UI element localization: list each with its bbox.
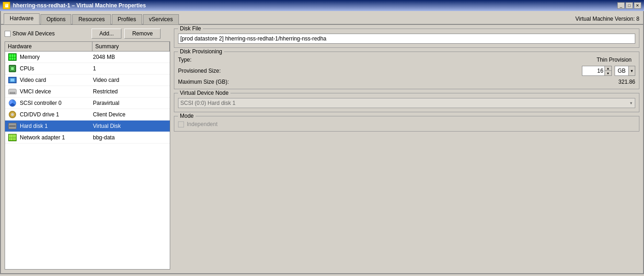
cpus-name: CPUs [18,65,89,72]
table-row[interactable]: SCSI controller 0 Paravirtual [5,98,170,109]
left-panel: Show All Devices Add... Remove Hardware … [5,29,170,270]
tab-bar: Hardware Options Resources Profiles vSer… [1,11,643,25]
spinner-arrows: ▲ ▼ [604,66,612,76]
provisioned-size-row: Provisioned Size: ▲ ▼ GB ▼ [178,66,635,76]
network-summary: bbg-data [89,134,170,141]
tab-options[interactable]: Options [40,14,71,24]
title-bar: 🖥 hherring-nss-redhat-1 – Virtual Machin… [0,0,644,11]
app-icon: 🖥 [3,2,10,9]
mode-legend: Mode [178,113,196,119]
max-size-row: Maximum Size (GB): 321.86 [178,79,635,85]
unit-label: GB [615,66,628,75]
harddisk-icon [7,121,18,131]
videocard-name: Video card [18,77,89,83]
unit-dropdown-arrow[interactable]: ▼ [628,66,635,75]
vdn-value: SCSI (0:0) Hard disk 1 [180,100,236,106]
window-title: hherring-nss-redhat-1 – Virtual Machine … [13,2,146,9]
minimize-button[interactable]: _ [617,2,625,9]
unit-select-container[interactable]: GB ▼ [615,66,635,76]
mode-group: Mode Independent [174,116,639,132]
type-value: Thin Provision [597,57,632,63]
tabs-container: Hardware Options Resources Profiles vSer… [4,13,180,24]
spinner-down[interactable]: ▼ [605,71,611,75]
hardware-column-header: Hardware [5,42,92,51]
harddisk-name: Hard disk 1 [18,123,89,129]
table-row[interactable]: Video card Video card [5,75,170,86]
size-spinner[interactable]: ▲ ▼ [582,66,612,76]
vdn-select[interactable]: SCSI (0:0) Hard disk 1 ▼ [178,98,635,108]
show-all-checkbox-container[interactable]: Show All Devices [5,30,55,37]
disk-file-legend: Disk File [178,25,203,32]
network-name: Network adapter 1 [18,134,89,141]
size-input[interactable] [582,66,605,76]
harddisk-summary: Virtual Disk [89,123,170,129]
cdrom-summary: Client Device [89,111,170,118]
memory-name: Memory [18,54,89,60]
max-size-label: Maximum Size (GB): [178,79,618,85]
disk-file-input[interactable] [178,34,635,44]
table-row[interactable]: CD/DVD drive 1 Client Device [5,109,170,121]
right-panel: Disk File Disk Provisioning Type: Thin P… [174,29,639,270]
independent-checkbox [178,121,184,127]
vmci-summary: Restricted [89,88,170,95]
title-controls: _ □ ✕ [617,2,641,9]
tab-resources[interactable]: Resources [72,14,110,24]
disk-file-group: Disk File [174,29,639,48]
type-row: Type: Thin Provision [178,57,635,63]
summary-column-header: Summary [92,42,170,51]
disk-provisioning-group: Disk Provisioning Type: Thin Provision P… [174,52,639,89]
cpu-icon [7,64,18,73]
show-all-left: Show All Devices [5,30,55,37]
remove-button[interactable]: Remove [124,29,161,39]
cdrom-icon [7,110,18,119]
videocard-summary: Video card [89,77,170,83]
show-all-row: Show All Devices Add... Remove [5,29,170,39]
action-buttons: Add... Remove [92,29,161,39]
tab-profiles[interactable]: Profiles [112,14,142,24]
tab-hardware[interactable]: Hardware [4,13,40,24]
vm-version-label: Virtual Machine Version: 8 [575,16,643,24]
add-button[interactable]: Add... [92,29,121,39]
network-icon [7,133,18,142]
type-label: Type: [178,57,597,63]
vmci-name: VMCI device [18,88,89,95]
show-all-label: Show All Devices [12,30,55,37]
vmci-icon [7,87,18,96]
spinner-up[interactable]: ▲ [605,66,611,71]
provisioned-size-controls: ▲ ▼ GB ▼ [582,66,635,76]
content-area: Show All Devices Add... Remove Hardware … [1,25,643,273]
independent-row: Independent [178,121,635,127]
memory-icon [7,52,18,62]
scsi-summary: Paravirtual [89,100,170,106]
table-row[interactable]: Memory 2048 MB [5,52,170,63]
hardware-table: Hardware Summary Memory 2048 MB [5,41,170,270]
table-row[interactable]: Hard disk 1 Virtual Disk [5,121,170,132]
scsi-icon [7,98,18,108]
main-window: Hardware Options Resources Profiles vSer… [0,11,644,274]
memory-summary: 2048 MB [89,54,170,60]
table-row[interactable]: VMCI device Restricted [5,86,170,98]
title-bar-left: 🖥 hherring-nss-redhat-1 – Virtual Machin… [3,2,146,9]
table-row[interactable]: Network adapter 1 bbg-data [5,132,170,144]
cdrom-name: CD/DVD drive 1 [18,111,89,118]
table-row[interactable]: CPUs 1 [5,63,170,75]
video-icon [7,75,18,85]
independent-label: Independent [187,121,218,127]
vdn-dropdown-arrow[interactable]: ▼ [629,101,633,105]
virtual-device-node-group: Virtual Device Node SCSI (0:0) Hard disk… [174,93,639,112]
close-button[interactable]: ✕ [634,2,641,9]
disk-provisioning-legend: Disk Provisioning [178,48,224,55]
tab-vservices[interactable]: vServices [143,14,179,24]
max-size-value: 321.86 [618,79,635,85]
provisioned-size-label: Provisioned Size: [178,68,582,74]
vdn-legend: Virtual Device Node [178,90,230,96]
cpus-summary: 1 [89,65,170,72]
maximize-button[interactable]: □ [626,2,633,9]
scsi-name: SCSI controller 0 [18,100,89,106]
table-header: Hardware Summary [5,42,170,52]
show-all-checkbox[interactable] [5,31,11,37]
